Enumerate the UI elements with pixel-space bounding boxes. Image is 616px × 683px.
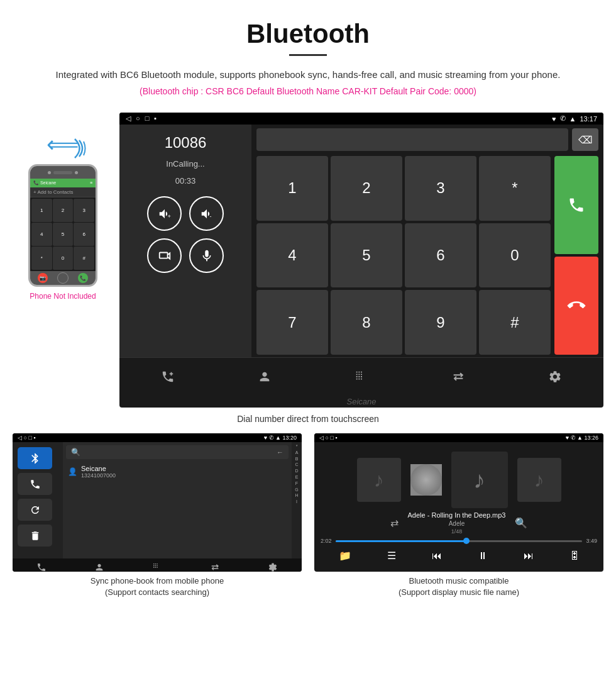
dialpad-input-field[interactable] (256, 128, 568, 151)
music-search-icon[interactable]: 🔍 (515, 517, 527, 529)
incalling-text: InCalling... (166, 159, 204, 169)
pb-time: 13:20 (282, 435, 297, 441)
phone-dot-1 (48, 171, 51, 174)
music-caption-line2: (Support display music file name) (399, 587, 519, 597)
music-caption: Bluetooth music compatible (Support disp… (314, 572, 603, 599)
phone-call-btn[interactable]: 📞 (78, 273, 88, 283)
pb-bluetooth-icon[interactable] (18, 447, 52, 469)
music-eq-icon[interactable]: 🎛 (569, 550, 580, 562)
toolbar-transfer-icon[interactable] (446, 364, 471, 389)
phone-end-btn[interactable]: 📷 (38, 273, 48, 283)
dial-key-star[interactable]: * (479, 156, 551, 221)
call-status-icon: ✆ (560, 114, 566, 123)
statusbar-left: ◁ ○ □ ▪ (126, 114, 157, 123)
phone-key-7[interactable]: * (31, 247, 52, 270)
toolbar-dialpad-icon[interactable] (349, 364, 374, 389)
phone-key-8[interactable]: 0 (53, 247, 74, 270)
toolbar-contacts-icon[interactable] (252, 364, 277, 389)
dial-key-4[interactable]: 4 (256, 223, 328, 288)
pb-tb-transfer-icon[interactable] (210, 562, 220, 572)
mute-btn[interactable] (189, 238, 224, 273)
toolbar-calls-icon[interactable] (155, 364, 180, 389)
transfer-call-btn[interactable] (147, 238, 182, 273)
main-caption: Dial number direct from touchscreen (0, 408, 616, 427)
dial-key-hash[interactable]: # (479, 290, 551, 355)
back-icon[interactable]: ← (277, 448, 283, 456)
phone-key-5[interactable]: 5 (53, 223, 74, 246)
progress-bar-track[interactable] (336, 540, 583, 542)
phone-key-6[interactable]: 6 (74, 223, 94, 246)
location-icon: ♥ (552, 115, 556, 123)
dial-key-0[interactable]: 0 (479, 223, 551, 288)
dial-key-7[interactable]: 7 (256, 290, 328, 355)
phone-section: ⟸ 📞 Seicane ≡ + Add to Contac (13, 113, 113, 301)
music-artwork-area: ♪ ♪ ♪ (314, 442, 603, 511)
dial-key-6[interactable]: 6 (405, 223, 476, 288)
pb-tb-dialpad-icon[interactable] (152, 562, 162, 572)
alpha-star[interactable]: * (296, 443, 298, 450)
dial-key-3[interactable]: 3 (405, 156, 476, 221)
pb-call-icon[interactable] (18, 473, 52, 495)
volume-up-btn[interactable]: + (147, 196, 182, 231)
pb-refresh-icon[interactable] (18, 499, 52, 521)
dial-key-9[interactable]: 9 (405, 290, 476, 355)
album-art-left: ♪ (357, 458, 401, 502)
phone-key-4[interactable]: 4 (31, 223, 52, 246)
shuffle-icon[interactable]: ⇄ (390, 517, 399, 529)
alpha-d[interactable]: D (295, 468, 298, 474)
phone-home-btn[interactable] (57, 272, 69, 284)
svg-text:+: + (167, 213, 170, 219)
toolbar-settings-icon[interactable] (542, 364, 568, 389)
pb-tb-contacts-icon[interactable] (94, 562, 104, 572)
pb-tb-settings-icon[interactable] (268, 562, 278, 572)
main-car-screen: ◁ ○ □ ▪ ♥ ✆ ▲ 13:17 10086 InCalling... 0… (119, 113, 603, 408)
music-prev-icon[interactable]: ⏮ (432, 550, 442, 562)
phone-dot-2 (75, 171, 78, 174)
add-contacts-bar: + Add to Contacts (30, 187, 96, 197)
alpha-i[interactable]: I (296, 499, 297, 505)
phone-menu-icon: ≡ (90, 180, 92, 186)
svg-text:-: - (209, 213, 211, 219)
pb-nav-icons: ◁ ○ □ ▪ (18, 435, 36, 441)
phone-key-1[interactable]: 1 (31, 199, 52, 222)
status-time: 13:17 (580, 115, 597, 123)
dial-key-2[interactable]: 2 (331, 156, 402, 221)
phone-key-3[interactable]: 3 (74, 199, 94, 222)
music-time-bar: 2:02 3:49 (321, 538, 597, 544)
alpha-c[interactable]: C (295, 462, 298, 468)
dialpad-backspace-btn[interactable]: ⌫ (572, 128, 598, 151)
music-statusbar: ◁ ○ □ ▪ ♥ ✆ ▲ 13:26 (314, 433, 603, 442)
search-bar: 🔍 ← (66, 445, 289, 459)
contact-item[interactable]: 👤 Seicane 13241007000 (66, 462, 289, 481)
alpha-f[interactable]: F (295, 480, 298, 487)
phone-key-9[interactable]: # (74, 247, 94, 270)
music-playlist-icon[interactable]: ☰ (387, 550, 396, 562)
time-elapsed: 2:02 (321, 538, 332, 544)
music-folder-icon[interactable]: 📁 (339, 550, 351, 562)
statusbar-right: ♥ ✆ ▲ 13:17 (552, 114, 597, 123)
alpha-e[interactable]: E (295, 474, 299, 480)
volume-down-btn[interactable]: - (189, 196, 224, 231)
album-circle (410, 464, 442, 496)
main-statusbar: ◁ ○ □ ▪ ♥ ✆ ▲ 13:17 (119, 113, 603, 125)
pb-tb-call-icon[interactable] (36, 562, 47, 572)
dial-key-1[interactable]: 1 (256, 156, 328, 221)
alpha-h[interactable]: H (295, 492, 298, 499)
music-status-icons: ♥ ✆ ▲ (566, 435, 585, 441)
dial-key-8[interactable]: 8 (331, 290, 402, 355)
alpha-b[interactable]: B (295, 456, 299, 462)
dial-key-5[interactable]: 5 (331, 223, 402, 288)
answer-call-btn[interactable] (554, 156, 598, 254)
alpha-a[interactable]: A (295, 450, 299, 456)
music-screen: ◁ ○ □ ▪ ♥ ✆ ▲ 13:26 ♪ (314, 433, 603, 572)
page-header: Bluetooth Integrated with BC6 Bluetooth … (0, 0, 616, 113)
phone-key-2[interactable]: 2 (53, 199, 74, 222)
pb-delete-icon[interactable] (18, 525, 52, 547)
music-play-pause-icon[interactable]: ⏸ (478, 550, 488, 562)
end-call-btn[interactable] (554, 257, 598, 355)
main-content: ⟸ 📞 Seicane ≡ + Add to Contac (0, 113, 616, 408)
music-next-icon[interactable]: ⏭ (524, 550, 534, 562)
phonebook-content: 🔍 ← 👤 Seicane 13241007000 (13, 442, 302, 558)
page-specs: (Bluetooth chip : CSR BC6 Default Blueto… (13, 86, 603, 96)
alpha-g[interactable]: G (295, 487, 298, 493)
